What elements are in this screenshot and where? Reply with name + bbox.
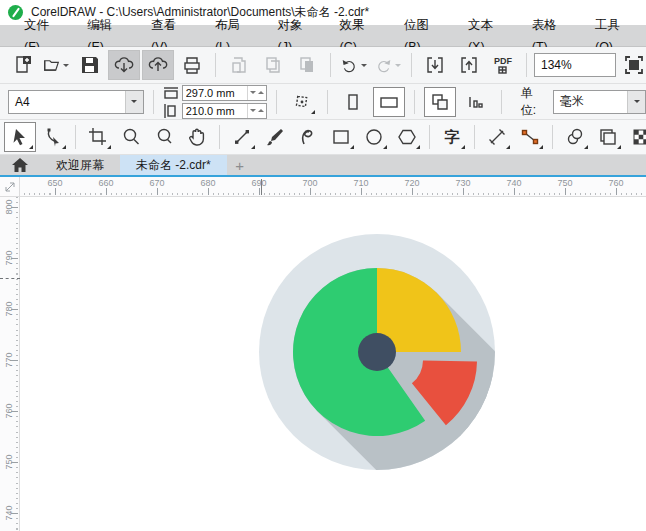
paste-button[interactable] [291,50,323,80]
cut-button[interactable] [223,50,255,80]
paste-icon [297,55,317,75]
shape-tool[interactable] [37,122,69,152]
page-width-input[interactable] [183,87,247,99]
page-height-spinner[interactable] [247,104,266,118]
undo-dropdown-caret[interactable] [361,64,367,70]
transparency-icon [598,127,618,147]
page-height-input[interactable] [183,105,247,117]
chevron-down-icon [634,100,640,106]
zoom-tool[interactable] [115,122,147,152]
publish-to-pdf-button[interactable]: PDF [487,50,519,80]
export-button[interactable] [453,50,485,80]
new-tab-button[interactable]: + [227,155,253,175]
v-ruler-tick [11,513,18,514]
page-width-spinner[interactable] [247,86,266,100]
crop-tool-icon [88,127,108,147]
portrait-orientation-button[interactable] [337,87,369,117]
shape-tool-icon [43,127,63,147]
checkerboard-icon [631,127,646,147]
fullscreen-preview-button[interactable] [618,50,646,80]
curve-tool[interactable] [292,122,324,152]
nudge-offset-icon [292,92,312,112]
h-ruler-number: 700 [302,178,317,188]
connector-tool[interactable] [514,122,546,152]
all-pages-button[interactable] [424,87,456,117]
v-ruler-tick [11,360,18,361]
current-page-button[interactable] [460,87,492,117]
zoom-in-icon [121,127,141,147]
pdf-label: PDF [494,57,512,66]
redo-dropdown-caret[interactable] [395,64,401,70]
v-ruler-cursor-marker [0,278,20,279]
h-ruler-number: 730 [455,178,470,188]
portrait-icon [343,92,363,112]
v-ruler-tick [11,309,18,310]
pattern-fill-tool[interactable] [625,122,646,152]
import-button[interactable] [419,50,451,80]
open-dropdown-caret[interactable] [63,64,69,70]
tab-welcome-screen[interactable]: 欢迎屏幕 [40,155,120,175]
redo-button[interactable] [372,50,404,80]
ellipse-tool[interactable] [358,122,390,152]
toolbox-separator [552,125,553,149]
page-width-field[interactable] [182,85,267,101]
pie-center-dot[interactable] [358,333,396,371]
tab-document[interactable]: 未命名 -2.cdr* [120,155,227,175]
units-value: 毫米 [554,93,627,110]
horizontal-ruler[interactable]: 650660670680690700710720730740750760 [20,177,646,197]
vertical-ruler[interactable]: 800790780770760750740 [0,197,20,531]
open-from-cloud-button[interactable] [108,50,140,80]
nudge-offset-button[interactable] [286,87,318,117]
pan-tool[interactable] [181,122,213,152]
zoom-level-combo[interactable] [534,53,616,77]
page-height-field[interactable] [182,103,267,119]
page-size-value: A4 [9,95,125,109]
toolbox-separator [75,125,76,149]
zoom-out-tool[interactable] [148,122,180,152]
h-ruler-number: 650 [47,178,62,188]
units-dropdown[interactable] [627,91,645,113]
freehand-tool-icon [232,127,252,147]
transparency-tool[interactable] [592,122,624,152]
text-tool[interactable]: 字 [436,122,468,152]
page-size-dropdown[interactable] [125,91,143,113]
drawing-canvas[interactable] [20,197,646,531]
save-to-cloud-button[interactable] [142,50,174,80]
shadow-tool[interactable] [559,122,591,152]
page-size-combo[interactable]: A4 [8,90,144,114]
cut-icon [229,55,249,75]
dimension-tool[interactable] [481,122,513,152]
propbar-separator [327,90,328,114]
pick-tool[interactable] [4,122,36,152]
curve-loop-icon [298,127,318,147]
h-ruler-number: 670 [149,178,164,188]
artistic-media-tool[interactable] [259,122,291,152]
open-document-button[interactable] [40,50,72,80]
save-button[interactable] [74,50,106,80]
rectangle-tool[interactable] [325,122,357,152]
h-ruler-tick [310,188,311,195]
new-document-button[interactable] [6,50,38,80]
copy-button[interactable] [257,50,289,80]
ruler-origin-corner[interactable] [0,177,20,197]
coreldraw-window: CorelDRAW - C:\Users\Administrator\Docum… [0,0,646,531]
toolbar-separator [215,53,216,77]
pan-hand-icon [187,127,207,147]
connector-tool-icon [520,127,540,147]
units-combo[interactable]: 毫米 [553,90,646,114]
menu-bar: 文件(F)编辑(E)查看(V)布局(L)对象(J)效果(C)位图(B)文本(X)… [0,25,646,47]
fullscreen-preview-icon [624,55,644,75]
polygon-tool[interactable] [391,122,423,152]
toolbox-separator [429,125,430,149]
landscape-orientation-button[interactable] [373,87,405,117]
print-button[interactable] [176,50,208,80]
page-width-icon [163,86,179,100]
undo-button[interactable] [338,50,370,80]
home-button[interactable] [0,155,40,175]
freehand-tool[interactable] [226,122,258,152]
h-ruler-tick [361,188,362,195]
pie-chart-artwork[interactable] [257,232,497,472]
undo-icon [341,55,358,75]
save-floppy-icon [80,55,100,75]
crop-tool[interactable] [82,122,114,152]
